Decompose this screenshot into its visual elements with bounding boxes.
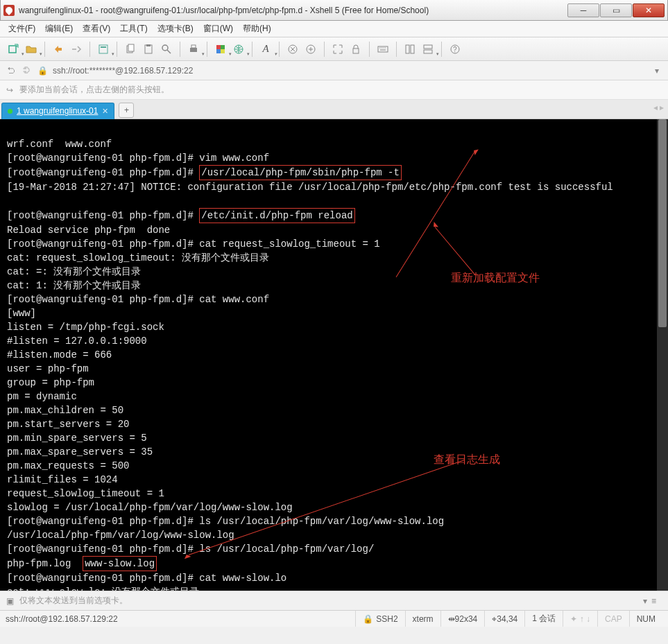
paste-icon[interactable]: [141, 42, 156, 57]
print-icon[interactable]: ▾: [186, 42, 201, 57]
font-icon[interactable]: A▾: [258, 42, 273, 57]
terminal-line: [root@wangruifeng-01 php-fpm.d]# cat www…: [7, 573, 286, 584]
highlight-box: www-slow.log: [83, 556, 157, 571]
fullscreen-icon[interactable]: [330, 42, 345, 57]
open-folder-icon[interactable]: ▾: [24, 42, 39, 57]
svg-rect-5: [128, 44, 134, 51]
close-button[interactable]: ✕: [633, 3, 665, 17]
help-icon[interactable]: ?: [447, 42, 463, 57]
maximize-button[interactable]: ▭: [600, 3, 632, 17]
toolbar: +▾ ▾ ▾ ▾ ▾ ▾ A▾ ▾ ?: [0, 37, 668, 61]
svg-rect-22: [424, 50, 432, 53]
menu-view[interactable]: 查看(V): [78, 21, 114, 36]
toolbar-separator: [396, 42, 397, 57]
terminal-line: cat: request_slowlog_timeout: 没有那个文件或目录: [7, 252, 269, 263]
svg-rect-18: [378, 46, 388, 52]
menu-help[interactable]: 帮助(H): [239, 21, 275, 36]
status-ssh: 🔒SSH2: [355, 611, 404, 627]
terminal-line: [19-Mar-2018 21:27:47] NOTICE: configura…: [7, 182, 613, 193]
toolbar-separator: [324, 42, 325, 57]
find-icon[interactable]: [159, 42, 174, 57]
send-dropdown-icon[interactable]: ▾: [643, 596, 647, 606]
tab-add-button[interactable]: +: [119, 103, 134, 118]
send-icon[interactable]: ▣: [4, 596, 15, 606]
window-title: wangruifenglinux-01 - root@wangruifeng-0…: [19, 6, 567, 15]
terminal-line: /usr/local/php-fpm/var/log/www-slow.log: [7, 530, 234, 541]
go-icon[interactable]: ▾: [650, 66, 664, 76]
scrollbar-thumb[interactable]: [658, 119, 667, 327]
toolbar-separator: [441, 42, 442, 57]
keyboard-icon[interactable]: [375, 42, 391, 57]
color-scheme-icon[interactable]: ▾: [213, 42, 228, 57]
address-text[interactable]: ssh://root:********@192.168.57.129:22: [50, 66, 650, 76]
svg-rect-9: [190, 48, 197, 52]
menu-edit[interactable]: 编辑(E): [41, 21, 77, 36]
terminal-line: php-fpm.log: [7, 558, 83, 569]
send-menu-icon[interactable]: ≡: [651, 596, 664, 606]
terminal-line: pm.max_children = 50: [7, 405, 123, 416]
status-bar: ssh://root@192.168.57.129:22 🔒SSH2 xterm…: [0, 610, 668, 627]
terminal-line: cat: www-slow.lo: 没有那个文件或目录: [7, 586, 199, 591]
terminal-line: cat: =: 没有那个文件或目录: [7, 266, 141, 277]
terminal-line: slowlog = /usr/local/php-fpm/var/log/www…: [7, 502, 293, 513]
new-session-icon[interactable]: +▾: [6, 42, 21, 57]
info-arrow-icon[interactable]: ↪: [4, 85, 15, 96]
toolbar-separator: [252, 42, 252, 57]
status-num: NUM: [629, 611, 662, 627]
network-icon[interactable]: ▾: [231, 42, 246, 57]
terminal-scrollbar[interactable]: [657, 119, 668, 591]
menu-window[interactable]: 窗口(W): [199, 21, 237, 36]
status-pos: ⌖ 34,34: [484, 611, 524, 627]
svg-rect-7: [146, 44, 151, 46]
svg-rect-12: [221, 45, 225, 49]
session-tab[interactable]: 1 wangruifenglinux-01 ✕: [1, 103, 114, 119]
menu-file[interactable]: 文件(F): [4, 21, 40, 36]
terminal[interactable]: wrf.conf www.conf [root@wangruifeng-01 p…: [0, 119, 668, 591]
menu-tabs[interactable]: 选项卡(B): [153, 21, 198, 36]
tile-vert-icon[interactable]: ▾: [420, 42, 436, 57]
terminal-line: cat: 1: 没有那个文件或目录: [7, 280, 141, 291]
svg-rect-3: [101, 46, 106, 48]
disconnect-icon[interactable]: [69, 42, 84, 57]
terminal-line: [root@wangruifeng-01 php-fpm.d]# cat www…: [7, 294, 269, 305]
svg-text:?: ?: [453, 46, 457, 53]
xagent-icon[interactable]: [285, 42, 300, 57]
svg-rect-17: [353, 49, 359, 53]
tab-nav[interactable]: ◂ ▸: [653, 103, 664, 112]
lock-icon[interactable]: [348, 42, 363, 57]
terminal-line: [root@wangruifeng-01 php-fpm.d]# ls /usr…: [7, 516, 444, 527]
terminal-line: pm.start_servers = 20: [7, 419, 129, 430]
status-arrows[interactable]: ✦ ↑ ↓: [563, 611, 597, 627]
status-connection: ssh://root@192.168.57.129:22: [6, 611, 355, 627]
menu-tools[interactable]: 工具(T): [116, 21, 151, 36]
status-size: ⇹ 92x34: [440, 611, 485, 627]
info-bar: ↪ 要添加当前会话，点击左侧的箭头按钮。: [0, 80, 668, 100]
highlight-box: /usr/local/php-fpm/sbin/php-fpm -t: [199, 165, 402, 180]
tile-horiz-icon[interactable]: [402, 42, 418, 57]
toolbar-separator: [369, 42, 370, 57]
status-cap: CAP: [597, 611, 629, 627]
terminal-line: rlimit_files = 1024: [7, 474, 118, 485]
minimize-button[interactable]: ─: [567, 3, 599, 17]
send-placeholder[interactable]: 仅将文本发送到当前选项卡。: [19, 595, 643, 607]
app-icon: [3, 5, 15, 16]
copy-icon[interactable]: [123, 42, 138, 57]
toolbar-separator: [279, 42, 280, 57]
annotation-reload: 重新加载配置文件: [451, 271, 540, 285]
xftp-icon[interactable]: [303, 42, 318, 57]
svg-rect-20: [411, 45, 414, 53]
info-text: 要添加当前会话，点击左侧的箭头按钮。: [19, 84, 169, 96]
terminal-line: [root@wangruifeng-01 php-fpm.d]# ls /usr…: [7, 543, 374, 555]
terminal-line: pm = dynamic: [7, 391, 77, 402]
toolbar-separator: [89, 42, 90, 57]
back-icon[interactable]: ⮌: [4, 64, 18, 78]
status-term: xterm: [405, 611, 440, 627]
tab-close-icon[interactable]: ✕: [102, 107, 108, 116]
forward-icon[interactable]: ⮊: [19, 64, 33, 78]
reconnect-icon[interactable]: [51, 42, 66, 57]
svg-rect-21: [424, 45, 432, 49]
terminal-line: Reload service php-fpm done: [7, 225, 170, 236]
properties-icon[interactable]: ▾: [96, 42, 111, 57]
terminal-line: pm.max_spare_servers = 35: [7, 446, 153, 458]
svg-rect-13: [216, 49, 221, 53]
